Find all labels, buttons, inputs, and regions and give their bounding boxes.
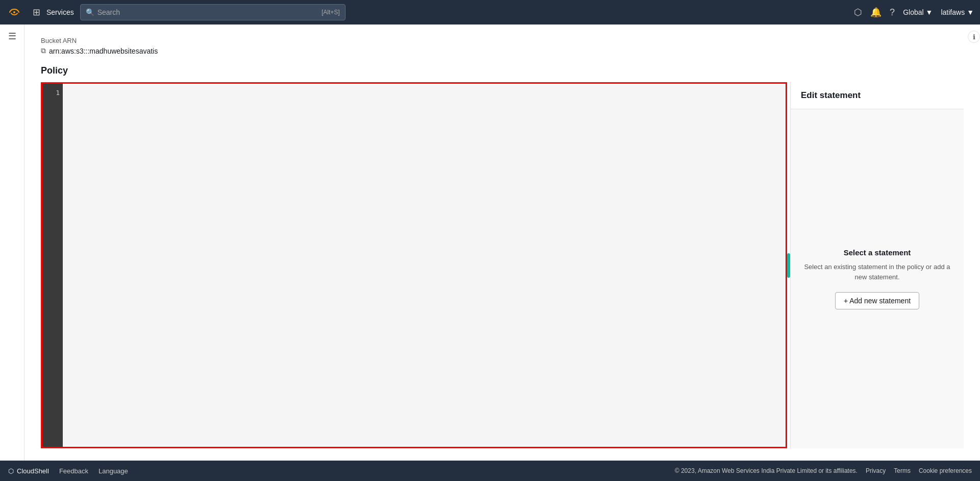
svg-point-1 [13, 11, 15, 13]
privacy-link[interactable]: Privacy [866, 467, 886, 474]
search-shortcut: [Alt+S] [322, 9, 340, 16]
copyright-text: © 2023, Amazon Web Services India Privat… [675, 467, 857, 474]
info-icon[interactable]: ℹ [968, 31, 980, 43]
copy-icon[interactable]: ⧉ [41, 46, 46, 55]
line-number-1: 1 [45, 88, 60, 98]
cloudshell-label: CloudShell [17, 467, 49, 475]
select-statement-desc: Select an existing statement in the poli… [803, 262, 951, 282]
main-layout: ☰ Bucket ARN ⧉ arn:aws:s3:::madhuwebsite… [0, 25, 980, 461]
bucket-arn-text: arn:aws:s3:::madhuwebsitesavatis [49, 47, 158, 55]
cookie-link[interactable]: Cookie preferences [919, 467, 972, 474]
bottom-bar: ⬡ CloudShell Feedback Language © 2023, A… [0, 461, 980, 481]
policy-textarea[interactable] [63, 84, 786, 447]
sidebar-toggle: ☰ [0, 25, 24, 461]
policy-label: Policy [41, 65, 964, 76]
hamburger-icon[interactable]: ☰ [8, 31, 16, 42]
line-numbers: 1 [42, 84, 63, 447]
bucket-arn-label: Bucket ARN [41, 37, 964, 44]
user-menu[interactable]: latifaws ▼ [941, 8, 974, 16]
terms-link[interactable]: Terms [894, 467, 911, 474]
grid-icon[interactable]: ⊞ [33, 7, 40, 18]
bottom-bar-left: ⬡ CloudShell Feedback Language [8, 467, 128, 475]
cloudshell-nav-icon[interactable]: ⬡ [854, 7, 862, 18]
nav-right: ⬡ 🔔 ? Global ▼ latifaws ▼ [854, 7, 974, 18]
search-input[interactable] [97, 8, 318, 16]
region-selector[interactable]: Global ▼ [903, 8, 933, 16]
policy-editor-container: 1 Edit statement Select a statement Sele… [41, 82, 964, 448]
feedback-link[interactable]: Feedback [59, 467, 88, 475]
bell-icon[interactable]: 🔔 [870, 7, 881, 18]
add-statement-button[interactable]: + Add new statement [835, 292, 919, 309]
cloudshell-icon: ⬡ [8, 467, 14, 475]
right-panel: Edit statement Select a statement Select… [790, 82, 964, 448]
policy-editor-wrapper: 1 [41, 82, 787, 448]
bucket-arn-value: ⧉ arn:aws:s3:::madhuwebsitesavatis [41, 46, 964, 55]
services-link[interactable]: Services [46, 8, 74, 16]
search-bar[interactable]: 🔍 [Alt+S] [80, 4, 346, 20]
search-icon: 🔍 [86, 8, 94, 16]
select-statement-area: Select a statement Select an existing st… [791, 109, 964, 448]
content-area: Bucket ARN ⧉ arn:aws:s3:::madhuwebsitesa… [24, 25, 980, 461]
cloudshell-button[interactable]: ⬡ CloudShell [8, 467, 49, 475]
edit-statement-header: Edit statement [791, 82, 964, 109]
help-icon[interactable]: ? [890, 7, 895, 18]
select-statement-title: Select a statement [844, 248, 911, 257]
language-link[interactable]: Language [99, 467, 128, 475]
top-nav: ⊞ Services 🔍 [Alt+S] ⬡ 🔔 ? Global ▼ lati… [0, 0, 980, 25]
aws-logo[interactable] [6, 4, 22, 20]
bottom-bar-right: © 2023, Amazon Web Services India Privat… [675, 467, 972, 474]
aws-logo-icon [6, 4, 22, 20]
